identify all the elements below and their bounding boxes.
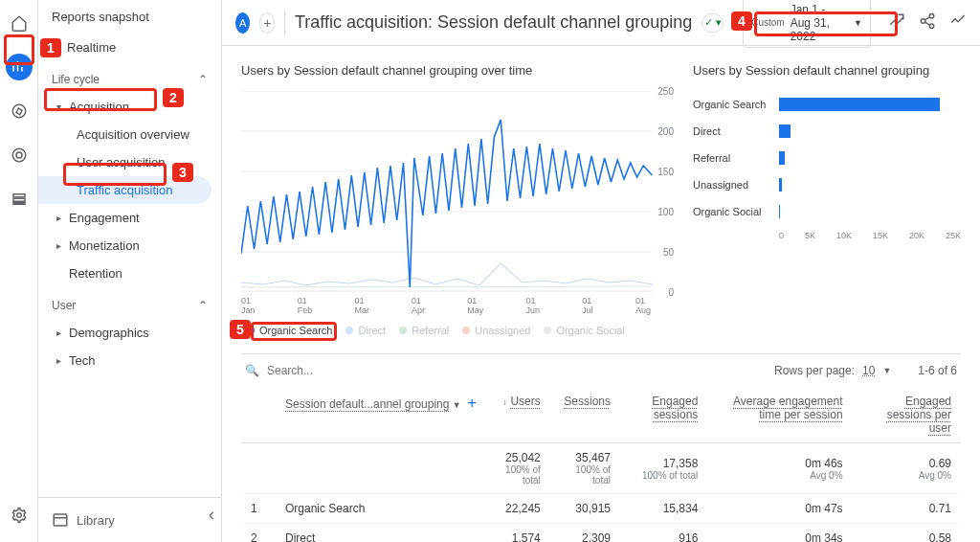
main: A + Traffic acquisition: Session default… [222,0,980,542]
svg-point-6 [16,513,21,518]
col-sessions[interactable]: Sessions [564,395,611,408]
customize-report-icon[interactable] [888,12,905,33]
add-comparison-button[interactable]: + [259,12,275,34]
table-row[interactable]: 2Direct1,5742,3099160m 34s0.58 [241,524,961,543]
table-range: 1-6 of 6 [918,364,957,377]
table-search-input[interactable] [267,364,458,377]
sidebar-item-demographics[interactable]: ▸Demographics [38,319,221,347]
sidebar-sub-user-acq[interactable]: User acquisition [38,148,221,176]
page-title: Traffic acquisition: Session default cha… [295,12,692,33]
line-chart-legend: Organic Search Direct Referral Unassigne… [241,325,674,336]
table-totals-row: 25,042100% of total 35,467100% of total … [241,443,961,494]
reports-icon[interactable] [6,54,33,80]
svg-point-8 [929,14,934,19]
line-chart[interactable]: 250 200 150 100 50 0 [241,91,674,292]
col-eps[interactable]: Engaged sessions per user [887,395,951,435]
filter-status-pill[interactable]: ✓ ▾ [702,13,724,33]
sidebar-realtime[interactable]: Realtime [38,34,221,61]
sidebar-sub-traffic-acq[interactable]: Traffic acquisition [38,176,212,204]
advertising-icon[interactable] [6,142,33,169]
col-engaged[interactable]: Engaged sessions [652,395,698,421]
sidebar-sub-acq-overview[interactable]: Acquisition overview [38,121,221,148]
sidebar-reports-snapshot[interactable]: Reports snapshot [38,0,221,34]
dimension-header[interactable]: Session default...annel grouping [285,397,449,411]
svg-rect-3 [13,194,25,197]
legend-organic-social[interactable]: Organic Social [544,325,625,336]
account-avatar[interactable]: A [235,12,250,34]
legend-referral[interactable]: Referral [399,325,449,336]
legend-unassigned[interactable]: Unassigned [462,325,530,336]
svg-rect-5 [13,203,25,205]
sidebar: Reports snapshot Realtime Life cycle⌃ ▾A… [38,0,222,542]
sidebar-item-acquisition[interactable]: ▾Acquisition [38,93,221,121]
line-chart-x-axis: 01Jan 01Feb 01Mar 01Apr 01May 01Jun 01Ju… [241,296,674,315]
bar-chart-x-axis: 05K10K15K20K25K [693,231,961,240]
svg-rect-7 [54,514,67,526]
table-row[interactable]: 1Organic Search22,24530,91515,8340m 47s0… [241,494,961,524]
svg-point-10 [929,24,934,29]
legend-direct[interactable]: Direct [345,325,386,336]
home-icon[interactable] [6,10,33,36]
data-table: Session default...annel grouping ▼ + ↓ U… [241,387,961,542]
col-avg[interactable]: Average engagement time per session [733,395,843,421]
configure-icon[interactable] [6,186,33,213]
svg-rect-4 [13,198,25,201]
sidebar-item-retention[interactable]: Retention [38,260,221,287]
sidebar-library[interactable]: Library [38,497,221,542]
settings-icon[interactable] [6,502,33,529]
sidebar-item-monetization[interactable]: ▸Monetization [38,232,221,260]
share-icon[interactable] [919,12,936,33]
add-dimension-button[interactable]: + [467,395,476,411]
topbar: A + Traffic acquisition: Session default… [222,0,980,46]
col-users[interactable]: Users [510,395,540,408]
line-chart-card: Users by Session default channel groupin… [241,63,674,336]
svg-point-2 [16,152,22,158]
line-chart-title: Users by Session default channel groupin… [241,63,674,78]
rows-per-page-select[interactable]: 10 [862,364,875,377]
sidebar-section-user[interactable]: User⌃ [38,287,221,319]
svg-point-9 [921,19,925,24]
sidebar-section-lifecycle[interactable]: Life cycle⌃ [38,61,221,93]
data-table-section: 🔍 Rows per page: 10 ▼ 1-6 of 6 Session d… [241,353,961,542]
sidebar-item-tech[interactable]: ▸Tech [38,347,221,374]
insights-icon[interactable] [949,12,967,33]
legend-organic-search[interactable]: Organic Search [247,325,332,336]
sidebar-item-engagement[interactable]: ▸Engagement [38,204,221,232]
rows-per-page-label: Rows per page: [774,364,855,377]
bar-chart-title: Users by Session default channel groupin… [693,63,961,78]
date-range-picker[interactable]: Custom Jan 1 - Aug 31, 2022 ▼ [743,0,871,48]
svg-point-0 [12,104,26,118]
bar-chart[interactable]: Organic Search Direct Referral Unassigne… [693,91,961,225]
sidebar-collapse-icon[interactable]: ‹ [209,505,214,525]
explore-icon[interactable] [6,98,33,124]
library-icon [52,511,69,529]
svg-point-1 [12,148,26,162]
nav-rail [0,0,38,542]
search-icon: 🔍 [245,364,259,377]
bar-chart-card: Users by Session default channel groupin… [693,63,961,336]
